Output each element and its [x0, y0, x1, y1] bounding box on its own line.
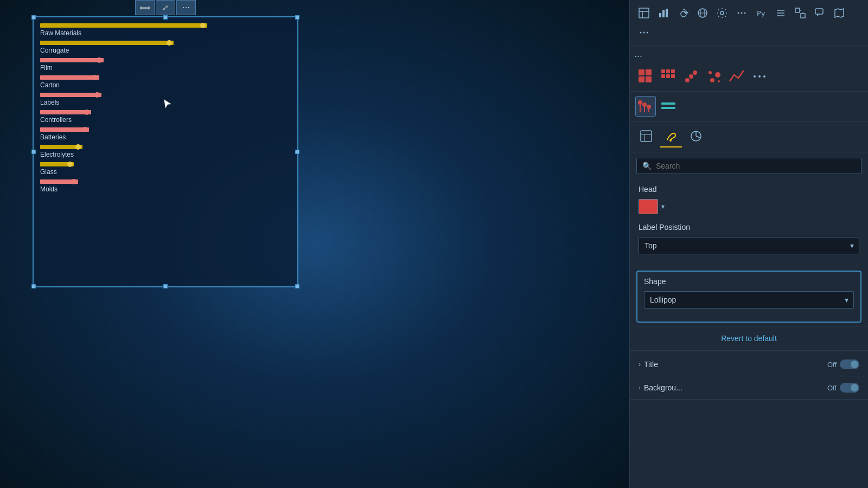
svg-point-23 — [640, 32, 642, 34]
background-toggle-label: Off — [827, 384, 837, 392]
viz-icon-scatter2[interactable] — [704, 66, 724, 87]
svg-rect-17 — [795, 8, 800, 12]
bar-label: Labels — [40, 99, 291, 106]
chart-content: Raw MaterialsCorrugateFilmCartonLabelsCo… — [34, 17, 297, 286]
bar-label: Raw Materials — [40, 29, 291, 37]
icon-globe[interactable] — [694, 4, 711, 22]
title-toggle-track[interactable] — [840, 359, 859, 369]
title-label: Title — [644, 360, 658, 369]
color-picker-row: ▾ — [639, 199, 859, 214]
chart-row: Molds — [40, 179, 291, 193]
svg-rect-29 — [646, 76, 652, 82]
bar-label: Electrolytes — [40, 151, 291, 158]
widget-toolbar: ⟺ ⤢ ⋯ — [135, 0, 196, 15]
resize-bot-mid[interactable] — [163, 284, 168, 288]
icon-settings[interactable] — [713, 4, 731, 22]
search-icon: 🔍 — [642, 162, 652, 170]
viz-icon-scatter[interactable] — [681, 66, 701, 87]
revert-button[interactable]: Revert to default — [630, 326, 868, 351]
svg-point-9 — [720, 11, 724, 15]
svg-point-25 — [647, 32, 648, 34]
search-section: 🔍 — [630, 152, 868, 179]
background-toggle-thumb — [851, 384, 858, 391]
icon-more2[interactable] — [635, 24, 653, 41]
bar-label: Film — [40, 64, 291, 72]
head-color-dropdown-arrow[interactable]: ▾ — [661, 203, 665, 210]
icon-python[interactable]: Py — [752, 4, 770, 22]
svg-point-39 — [709, 71, 712, 74]
widget-btn-1[interactable]: ⟺ — [135, 0, 155, 15]
label-position-select[interactable]: TopBottomLeftRightNone — [639, 237, 859, 254]
title-toggle-thumb — [851, 361, 858, 368]
svg-point-37 — [693, 70, 697, 75]
svg-rect-33 — [661, 74, 665, 78]
sub-icon-table[interactable] — [635, 126, 657, 147]
widget-btn-3[interactable]: ⋯ — [176, 0, 196, 15]
right-panel: Py ... — [629, 0, 868, 488]
title-chevron-icon[interactable]: › — [639, 361, 641, 368]
resize-top-left[interactable] — [31, 15, 36, 20]
svg-rect-31 — [666, 69, 670, 73]
bar-label: Corrugate — [40, 47, 291, 54]
label-position-label: Label Posistion — [639, 223, 859, 232]
svg-rect-4 — [662, 10, 665, 17]
resize-mid-right[interactable] — [295, 150, 299, 154]
shape-section: Shape LollipopBarCircleDiamond — [636, 271, 861, 323]
svg-point-44 — [758, 75, 761, 78]
svg-line-60 — [696, 136, 700, 138]
shape-label: Shape — [644, 277, 854, 286]
resize-top-right[interactable] — [295, 15, 299, 20]
svg-point-47 — [638, 100, 642, 105]
background-label: Backgrou... — [644, 383, 682, 392]
chart-row: Corrugate — [40, 40, 291, 54]
search-input[interactable] — [656, 162, 856, 170]
viz-icon-grid2[interactable] — [658, 66, 679, 87]
viz-icon-more[interactable] — [749, 66, 770, 87]
chart-row: Labels — [40, 92, 291, 106]
icon-speech[interactable] — [811, 4, 828, 22]
chart-row: Raw Materials — [40, 23, 291, 37]
svg-rect-32 — [671, 69, 675, 73]
icon-more[interactable] — [733, 4, 750, 22]
viz-icon-grid1[interactable] — [635, 66, 656, 87]
svg-rect-52 — [661, 102, 675, 105]
search-bar[interactable]: 🔍 — [636, 158, 861, 174]
widget-btn-2[interactable]: ⤢ — [156, 0, 175, 15]
svg-rect-34 — [666, 74, 670, 78]
svg-text:Py: Py — [757, 9, 765, 17]
background-chevron-icon[interactable]: › — [639, 384, 641, 391]
viz-icons-row-2 — [630, 92, 868, 121]
viz-icon-line[interactable] — [726, 66, 747, 87]
sub-icon-analytics[interactable] — [685, 126, 707, 147]
head-color-swatch[interactable] — [639, 199, 658, 214]
sub-icon-paint[interactable] — [660, 126, 682, 147]
shape-select[interactable]: LollipopBarCircleDiamond — [644, 291, 854, 309]
svg-rect-26 — [639, 69, 644, 75]
icon-transform[interactable] — [792, 4, 809, 22]
chart-row: Carton — [40, 75, 291, 89]
resize-top-mid[interactable] — [163, 15, 168, 20]
svg-rect-53 — [661, 107, 675, 109]
bar-label: Molds — [40, 185, 291, 193]
icon-chart-bar[interactable] — [655, 4, 672, 22]
svg-point-11 — [741, 12, 743, 14]
resize-bot-right[interactable] — [295, 284, 299, 288]
chart-widget: ⟺ ⤢ ⋯ Raw MaterialsCorrugateFilmCartonLa… — [33, 16, 298, 287]
svg-point-42 — [718, 80, 720, 82]
icon-table[interactable] — [635, 4, 653, 22]
shape-select-wrapper: LollipopBarCircleDiamond — [644, 291, 854, 309]
svg-rect-21 — [815, 9, 823, 14]
svg-rect-0 — [639, 8, 649, 18]
icon-list[interactable] — [772, 4, 789, 22]
canvas: ⟺ ⤢ ⋯ Raw MaterialsCorrugateFilmCartonLa… — [0, 0, 629, 488]
background-toggle-switch: Off — [827, 383, 859, 393]
resize-mid-left[interactable] — [31, 150, 36, 154]
svg-point-40 — [715, 72, 720, 78]
resize-bot-left[interactable] — [31, 284, 36, 288]
viz-icon-teal[interactable] — [658, 96, 679, 117]
icon-refresh[interactable] — [674, 4, 692, 22]
viz-icon-lollipop[interactable] — [635, 96, 656, 117]
title-label-group: › Title — [639, 360, 658, 369]
background-toggle-track[interactable] — [840, 383, 859, 393]
icon-map2[interactable] — [831, 4, 848, 22]
